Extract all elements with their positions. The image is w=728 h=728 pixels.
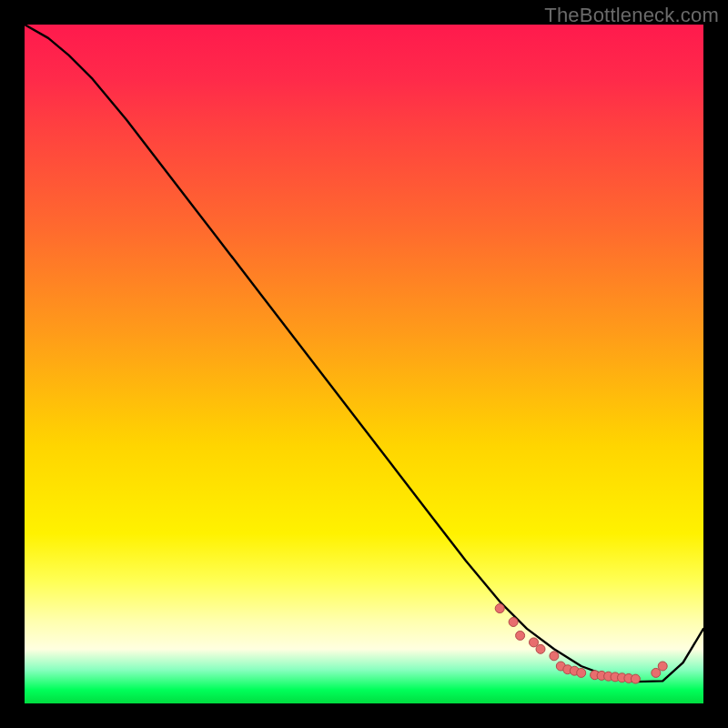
marker-dot [577, 668, 586, 677]
marker-dot [658, 662, 667, 671]
curve-line [25, 25, 703, 682]
chart-stage: TheBottleneck.com [0, 0, 728, 728]
marker-dot [509, 618, 518, 627]
chart-svg [25, 25, 703, 703]
marker-dot [631, 674, 640, 683]
marker-dot [536, 644, 545, 653]
marker-dot [652, 668, 661, 677]
marker-dot [495, 604, 504, 613]
marker-dot [550, 652, 559, 661]
plot-area [25, 25, 703, 703]
marker-group [495, 604, 667, 684]
marker-dot [530, 638, 539, 647]
marker-dot [516, 631, 525, 640]
